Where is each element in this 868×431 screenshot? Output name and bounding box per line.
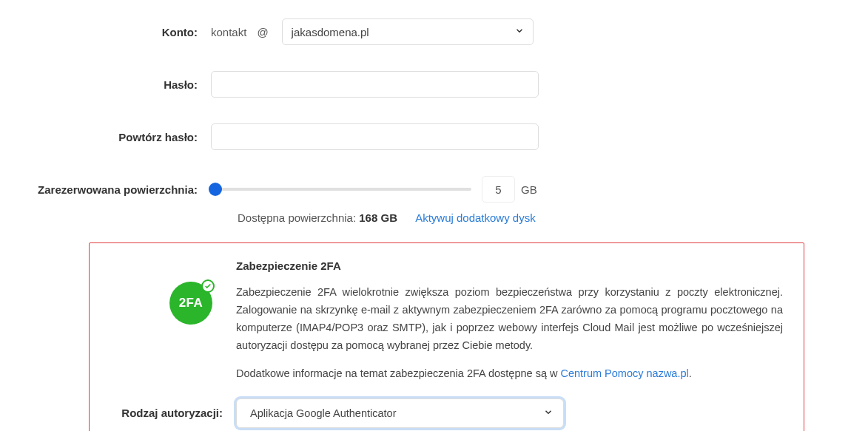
slider-thumb[interactable]: [209, 183, 222, 196]
account-at-symbol: @: [257, 26, 268, 38]
twofa-badge-text: 2FA: [179, 296, 203, 310]
twofa-badge-icon: 2FA: [169, 282, 212, 325]
account-form: Konto: kontakt @ jakasdomena.pl Hasło: P…: [0, 0, 868, 431]
account-value-group: kontakt @ jakasdomena.pl: [211, 18, 838, 45]
reserved-space-unit: GB: [521, 183, 537, 196]
twofa-panel: 2FA Zabezpieczenie 2FA Zabezpieczenie 2F…: [89, 242, 804, 431]
twofa-more-suffix: .: [689, 367, 692, 379]
reserved-space-input[interactable]: [482, 176, 515, 203]
auth-type-label: Rodzaj autoryzacji:: [104, 407, 236, 419]
auth-type-select-value[interactable]: Aplikacja Google Authenticator: [236, 398, 564, 428]
twofa-icon-column: 2FA: [104, 259, 236, 325]
reserved-space-slider[interactable]: [211, 188, 471, 191]
password-input[interactable]: [211, 71, 539, 98]
check-icon: [201, 279, 215, 293]
twofa-more-prefix: Dodatkowe informacje na temat zabezpiecz…: [236, 367, 560, 379]
help-center-link[interactable]: Centrum Pomocy nazwa.pl: [560, 367, 688, 379]
account-row: Konto: kontakt @ jakasdomena.pl: [30, 18, 838, 45]
available-space-text: Dostępna powierzchnia: 168 GB Aktywuj do…: [211, 211, 536, 224]
domain-select[interactable]: jakasdomena.pl: [282, 18, 534, 45]
repeat-password-label: Powtórz hasło:: [30, 131, 211, 143]
twofa-more-info: Dodatkowe informacje na temat zabezpiecz…: [236, 365, 783, 382]
auth-type-select[interactable]: Aplikacja Google Authenticator: [236, 398, 564, 428]
account-username: kontakt: [211, 26, 246, 38]
twofa-description: Zabezpieczenie 2FA wielokrotnie zwiększa…: [236, 284, 783, 355]
available-space-value: 168 GB: [359, 211, 397, 224]
available-space-prefix: Dostępna powierzchnia:: [238, 211, 359, 224]
account-label: Konto:: [30, 26, 211, 38]
twofa-content: Zabezpieczenie 2FA Zabezpieczenie 2FA wi…: [236, 259, 783, 382]
password-label: Hasło:: [30, 78, 211, 91]
repeat-password-row: Powtórz hasło:: [30, 123, 838, 150]
reserved-space-row: Zarezerwowana powierzchnia: GB: [30, 176, 838, 203]
available-space-row: Dostępna powierzchnia: 168 GB Aktywuj do…: [30, 211, 838, 224]
domain-select-value[interactable]: jakasdomena.pl: [282, 18, 534, 45]
password-row: Hasło:: [30, 71, 838, 98]
auth-type-row: Rodzaj autoryzacji: Aplikacja Google Aut…: [104, 398, 783, 428]
twofa-title: Zabezpieczenie 2FA: [236, 259, 783, 272]
repeat-password-input[interactable]: [211, 123, 539, 150]
reserved-space-label: Zarezerwowana powierzchnia:: [30, 183, 211, 196]
activate-disk-link[interactable]: Aktywuj dodatkowy dysk: [415, 211, 536, 224]
